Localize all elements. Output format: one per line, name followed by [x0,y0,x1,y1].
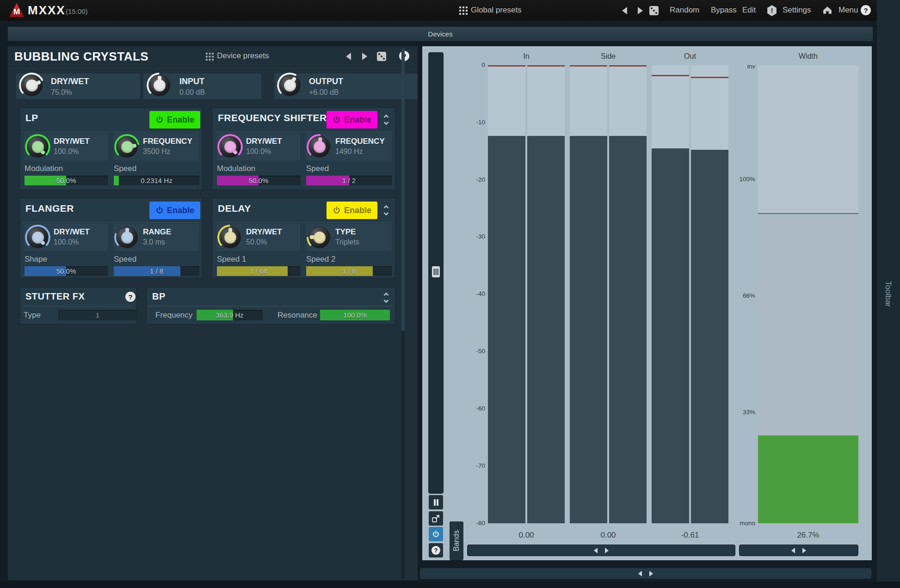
bottom-scrollbar[interactable] [419,568,872,579]
width-scale-mono: mono [734,520,755,527]
scroll-right-icon[interactable] [649,571,653,576]
grid-icon [206,53,214,61]
fs-speed-slider[interactable]: 1 / 2 [306,176,392,185]
flanger-drywet-knob[interactable] [25,225,50,250]
lp-modulation-label: Modulation [25,164,63,173]
stutter-help-icon[interactable]: ? [125,292,136,302]
master-input-knob[interactable] [147,73,172,98]
settings-button[interactable]: Settings [783,6,811,15]
lp-drywet-knob[interactable] [25,134,50,159]
lp-frequency-knob[interactable] [114,134,140,159]
delay-updown-icon[interactable] [383,204,389,217]
device-randomize-dice-icon[interactable] [377,52,386,61]
fs-frequency-group: FREQUENCY 1490 Hz [306,133,392,160]
delay-speed1-label: Speed 1 [217,255,246,264]
fs-modulation-value: 50.0% [217,176,300,185]
scroll-left-icon[interactable] [791,548,795,553]
meter-panel: In Side Out Width 0 -10 -20 -30 -40 -50 … [422,46,872,561]
width-scale-66: 66% [734,292,755,299]
meter-pause-button[interactable] [429,495,443,509]
lp-modulation-slider[interactable]: 50.0% [25,176,108,185]
fs-speed-value: 1 / 2 [306,176,392,185]
bp-resonance-slider[interactable]: 100.0% [320,310,390,320]
fs-drywet-knob[interactable] [217,134,243,159]
scroll-right-icon[interactable] [605,548,609,553]
bp-frequency-value: 363.9 Hz [197,310,263,320]
fs-title: FREQUENCY SHIFTER [218,112,327,123]
global-presets-button[interactable]: Global presets [471,6,522,15]
fs-modulation-slider[interactable]: 50.0% [217,176,300,185]
meter-out-value: -0.61 [652,531,728,540]
scroll-right-icon[interactable] [802,548,806,553]
scroll-left-icon[interactable] [594,548,598,553]
meter-scrollbar-width[interactable] [739,545,858,556]
fs-updown-icon[interactable] [383,113,389,126]
delay-type-knob[interactable] [307,225,332,250]
meter-bar-side-left [570,65,607,523]
device-preset-next-icon[interactable] [362,53,367,60]
power-icon [155,116,164,124]
divider [215,222,392,223]
home-icon[interactable] [823,6,832,14]
stutter-type-label: Type [24,311,41,320]
randomize-dice-icon[interactable] [649,6,659,15]
flanger-title: FLANGER [25,203,74,214]
scrollbar-thumb[interactable] [401,48,405,331]
master-drywet-knob[interactable] [19,73,44,98]
bp-frequency-slider[interactable]: 363.9 Hz [197,310,263,320]
tab-devices[interactable]: Devices [7,26,873,42]
module-flanger: FLANGER Enable DRY/WET 100.0% RANGE 3.0 … [19,198,203,278]
fs-frequency-knob[interactable] [307,134,332,159]
tab-bands[interactable]: Bands [450,521,463,560]
lp-speed-label: Speed [114,164,136,173]
meter-out-label: Out [652,52,728,61]
divider [23,222,199,223]
module-lp: LP Enable DRY/WET 100.0% FREQUENCY 3500 … [19,107,203,190]
bp-updown-icon[interactable] [383,291,389,304]
flanger-speed-slider[interactable]: 1 / 8 [114,266,199,276]
db-scale-60: -60 [470,405,485,412]
delay-speed2-value: 1 / 8 [306,266,392,276]
divider [12,67,415,67]
fs-enable-button[interactable]: Enable [327,111,377,129]
lp-enable-button[interactable]: Enable [149,111,200,129]
flanger-range-knob[interactable] [114,225,140,250]
lp-speed-slider[interactable]: 0.2314 Hz [114,176,199,185]
master-output-knob[interactable] [277,73,302,98]
lp-drywet-group: DRY/WET 100.0% [24,133,108,160]
flanger-drywet-value: 100.0% [54,238,79,246]
edit-button[interactable]: Edit [742,6,756,15]
delay-enable-button[interactable]: Enable [327,202,377,219]
toolbar-tab[interactable]: Toolbar [877,0,900,588]
delay-drywet-knob[interactable] [217,225,243,250]
delay-speed2-slider[interactable]: 1 / 8 [306,266,392,276]
menu-button[interactable]: Menu [838,6,858,15]
width-meter[interactable] [758,65,858,523]
flanger-enable-button[interactable]: Enable [149,202,200,219]
flanger-shape-slider[interactable]: 50.0% [25,266,108,276]
delay-speed2-label: Speed 2 [306,255,335,264]
random-button[interactable]: Random [670,6,699,15]
scroll-left-icon[interactable] [638,571,642,576]
bp-resonance-label: Resonance [277,311,317,320]
warning-icon[interactable]: ! [767,5,777,16]
meter-help-button[interactable]: ? [429,543,443,557]
bypass-button[interactable]: Bypass [711,6,737,15]
meter-scrollbar-main[interactable] [467,545,735,556]
width-scale-100: 100% [734,176,755,183]
preset-prev-icon[interactable] [622,7,627,14]
meter-zoom-slider[interactable] [428,52,444,494]
delay-speed1-slider[interactable]: 1 / 64 [217,266,300,276]
help-icon[interactable]: ? [861,5,871,15]
device-preset-prev-icon[interactable] [346,53,351,60]
meter-popout-button[interactable] [429,511,443,526]
flanger-enable-label: Enable [167,206,194,215]
device-panel-scrollbar[interactable] [401,48,405,579]
device-presets-button[interactable]: Device presets [217,51,269,61]
preset-next-icon[interactable] [638,7,643,14]
module-stutter-fx: STUTTER FX ? Type 1 [19,287,137,325]
lp-drywet-label: DRY/WET [54,137,90,146]
master-input-label: INPUT [179,77,204,86]
meter-power-button[interactable] [429,527,443,541]
stutter-type-field[interactable]: 1 [58,310,137,320]
